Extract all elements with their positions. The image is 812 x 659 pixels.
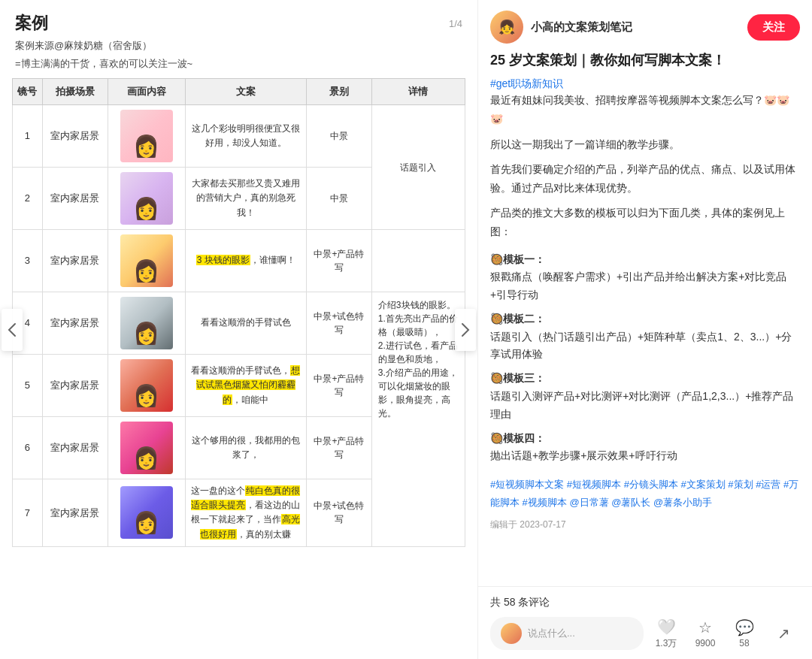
cell-scene: 室内家居景 [42, 105, 108, 168]
body-para-1: 最近有姐妹问我美妆、招聘按摩器等视频脚本文案怎么写？🐷🐷🐷 [490, 91, 800, 128]
template-4-label: 🥘模板四： [490, 432, 545, 444]
comment-button[interactable]: 💬 58 [728, 618, 761, 648]
template-1-label: 🥘模板一： [490, 253, 545, 265]
cell-detail [371, 230, 465, 292]
table-row: 3室内家居景👩3 块钱的眼影，谁懂啊！中景+产品特写 [13, 230, 465, 292]
author-avatar: 👧 [490, 11, 523, 44]
article-body: 最近有姐妹问我美妆、招聘按摩器等视频脚本文案怎么写？🐷🐷🐷 所以这一期我出了一篇… [490, 91, 800, 241]
cell-copy: 大家都去买那些又贵又难用的营销大户，真的别急死我！ [185, 168, 306, 230]
share-icon: ↗ [777, 624, 790, 642]
right-header: 👧 小高的文案策划笔记 关注 [478, 0, 812, 51]
cell-image: 👩 [108, 230, 185, 292]
cell-scene: 室内家居景 [42, 168, 108, 230]
col-header-num: 镜号 [13, 79, 43, 105]
author-info: 小高的文案策划笔记 [531, 20, 740, 35]
cell-num: 2 [13, 168, 43, 230]
cell-image: 👩 [108, 292, 185, 355]
cell-copy: 这一盘的这个纯白色真的很适合眼头提亮，看这边的山根一下就起来了，当作高光也很好用… [185, 479, 306, 547]
cell-shot: 中景 [306, 168, 371, 230]
cell-shot: 中景+试色特写 [306, 479, 371, 547]
cell-shot: 中景+产品特写 [306, 355, 371, 417]
comment-user-avatar [501, 623, 522, 644]
col-header-detail: 详情 [371, 79, 465, 105]
cell-detail: 话题引入 [371, 105, 465, 230]
col-header-image: 画面内容 [108, 79, 185, 105]
cell-scene: 室内家居景 [42, 230, 108, 292]
template-section: 🥘模板一： 狠戳痛点（唤醒客户需求）+引出产品并给出解决方案+对比竞品+引导行动… [490, 251, 800, 466]
left-header: 案例 1/4 案例来源@麻辣奶糖（宿舍版） =博主满满的干货，喜欢的可以关注一波… [0, 0, 477, 78]
comment-count: 共 58 条评论 [490, 596, 800, 609]
footer-actions: 说点什么... 🤍 1.3万 ☆ 9900 💬 58 ↗ [490, 617, 800, 650]
right-panel: 👧 小高的文案策划笔记 关注 25 岁文案策划｜教你如何写脚本文案！ #get职… [477, 0, 812, 659]
cell-num: 6 [13, 417, 43, 479]
cell-num: 3 [13, 230, 43, 292]
source-line2: =博主满满的干货，喜欢的可以关注一波~ [15, 57, 462, 71]
table-row: 4室内家居景👩看看这顺滑的手臂试色中景+试色特写介绍3块钱的眼影。1.首先亮出产… [13, 292, 465, 355]
template-3-label: 🥘模板三： [490, 372, 545, 384]
right-footer: 共 58 条评论 说点什么... 🤍 1.3万 ☆ 9900 💬 58 ↗ [478, 586, 812, 659]
col-header-shot: 景别 [306, 79, 371, 105]
comment-placeholder: 说点什么... [528, 627, 575, 640]
body-para-4: 产品类的推文大多数的模板可以归为下面几类，具体的案例见上图： [490, 204, 800, 241]
share-button[interactable]: ↗ [767, 624, 800, 642]
right-content: 25 岁文案策划｜教你如何写脚本文案！ #get职场新知识 最近有姐妹问我美妆、… [478, 51, 812, 586]
edit-date: 编辑于 2023-07-17 [490, 518, 800, 531]
author-name: 小高的文案策划笔记 [531, 20, 740, 35]
star-button[interactable]: ☆ 9900 [689, 618, 722, 648]
cell-num: 7 [13, 479, 43, 547]
like-button[interactable]: 🤍 1.3万 [650, 618, 683, 650]
table-container: 镜号 拍摄场景 画面内容 文案 景别 详情 1室内家居景👩这几个彩妆明明很便宜又… [0, 78, 477, 559]
star-icon: ☆ [698, 618, 712, 636]
heart-icon: 🤍 [657, 618, 676, 636]
cell-shot: 中景+产品特写 [306, 230, 371, 292]
cell-image: 👩 [108, 105, 185, 168]
content-table: 镜号 拍摄场景 画面内容 文案 景别 详情 1室内家居景👩这几个彩妆明明很便宜又… [12, 78, 465, 547]
comment-input-area[interactable]: 说点什么... [490, 617, 644, 650]
cell-scene: 室内家居景 [42, 417, 108, 479]
follow-button[interactable]: 关注 [747, 14, 800, 41]
template-2-label: 🥘模板二： [490, 313, 545, 325]
cell-copy: 看看这顺滑的手臂试色，想试试黑色烟黛又怕闭霾霾的，咱能中 [185, 355, 306, 417]
left-panel: 案例 1/4 案例来源@麻辣奶糖（宿舍版） =博主满满的干货，喜欢的可以关注一波… [0, 0, 477, 659]
left-title: 案例 [15, 12, 48, 35]
cell-num: 1 [13, 105, 43, 168]
template-3: 🥘模板三： 话题引入测评产品+对比测评+对比测评（产品1,2,3...）+推荐产… [490, 370, 800, 423]
template-4: 🥘模板四： 抛出话题+教学步骤+展示效果+呼吁行动 [490, 430, 800, 466]
cell-image: 👩 [108, 479, 185, 547]
comment-icon: 💬 [735, 618, 754, 636]
cell-copy: 这几个彩妆明明很便宜又很好用，却没人知道。 [185, 105, 306, 168]
cell-num: 5 [13, 355, 43, 417]
article-title: 25 岁文案策划｜教你如何写脚本文案！ [490, 51, 800, 70]
cell-scene: 室内家居景 [42, 292, 108, 355]
hashtags[interactable]: #短视频脚本文案 #短视频脚本 #分镜头脚本 #文案策划 #策划 #运营 #万能… [490, 476, 800, 511]
like-count: 1.3万 [656, 637, 677, 650]
prev-arrow[interactable] [2, 309, 23, 351]
cell-shot: 中景+产品特写 [306, 417, 371, 479]
col-header-copy: 文案 [185, 79, 306, 105]
cell-copy: 3 块钱的眼影，谁懂啊！ [185, 230, 306, 292]
source-line1: 案例来源@麻辣奶糖（宿舍版） [15, 39, 462, 53]
cell-image: 👩 [108, 417, 185, 479]
comment-num: 58 [739, 638, 749, 648]
cell-copy: 看看这顺滑的手臂试色 [185, 292, 306, 355]
avatar-emoji: 👧 [498, 19, 515, 35]
template-2-content: 话题引入（热门话题引出产品）+矩阵种草（卖点1、2、3...）+分享试用体验 [490, 331, 792, 361]
star-count: 9900 [695, 638, 716, 648]
left-title-row: 案例 1/4 [15, 12, 462, 35]
template-3-content: 话题引入测评产品+对比测评+对比测评（产品1,2,3...）+推荐产品理由 [490, 390, 793, 420]
cell-shot: 中景+试色特写 [306, 292, 371, 355]
body-para-3: 首先我们要确定介绍的产品，列举产品的优点、痛点、以及试用体验。通过产品对比来体现… [490, 160, 800, 198]
template-2: 🥘模板二： 话题引入（热门话题引出产品）+矩阵种草（卖点1、2、3...）+分享… [490, 310, 800, 364]
article-tag[interactable]: #get职场新知识 [490, 77, 800, 91]
cell-scene: 室内家居景 [42, 479, 108, 547]
template-1: 🥘模板一： 狠戳痛点（唤醒客户需求）+引出产品并给出解决方案+对比竞品+引导行动 [490, 251, 800, 304]
col-header-scene: 拍摄场景 [42, 79, 108, 105]
table-row: 1室内家居景👩这几个彩妆明明很便宜又很好用，却没人知道。中景话题引入 [13, 105, 465, 168]
cell-copy: 这个够用的很，我都用的包浆了， [185, 417, 306, 479]
next-arrow[interactable] [455, 309, 476, 351]
cell-image: 👩 [108, 355, 185, 417]
template-4-content: 抛出话题+教学步骤+展示效果+呼吁行动 [490, 449, 677, 461]
template-1-content: 狠戳痛点（唤醒客户需求）+引出产品并给出解决方案+对比竞品+引导行动 [490, 271, 786, 301]
cell-shot: 中景 [306, 105, 371, 168]
body-para-2: 所以这一期我出了一篇详细的教学步骤。 [490, 135, 800, 154]
